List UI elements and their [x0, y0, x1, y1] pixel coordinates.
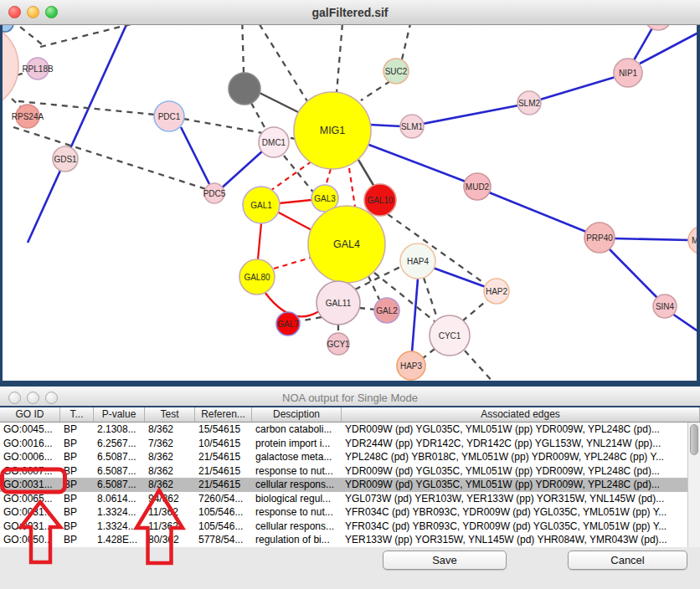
node-HAP2[interactable]: HAP2 — [484, 279, 509, 304]
noa-window-titlebar: NOA output for Single Mode — [0, 387, 700, 407]
cell-edges: YDR244W (pp) YDR142C, YDR142C (pp) YGL15… — [342, 437, 700, 451]
cell-test: 7/362 — [145, 437, 195, 451]
cell-p_value: 1.3324... — [94, 520, 145, 534]
node-GAL1[interactable]: GAL1 — [243, 187, 280, 223]
table-row[interactable]: GO:0031...BP1.3324...11/362105/546...cel… — [0, 520, 700, 534]
node-GDS1[interactable]: GDS1 — [53, 146, 78, 172]
node-GAL80[interactable]: GAL80 — [239, 259, 275, 294]
node-label: GAL1 — [250, 201, 272, 210]
cell-p_value: 8.0614... — [94, 492, 145, 506]
node-label: SIN4 — [656, 302, 675, 311]
node-label: GAL3 — [314, 194, 336, 203]
cell-reference: 5778/54... — [195, 533, 252, 547]
node-SLM2[interactable]: SLM2 — [517, 91, 541, 115]
column-header-associated-edges[interactable]: Associated edges — [342, 407, 700, 422]
node-CYC1[interactable]: CYC1 — [430, 315, 470, 356]
column-header-reference[interactable]: Referen... — [195, 407, 252, 422]
node-unnamed-gray[interactable] — [229, 73, 260, 105]
node-label: PDC1 — [158, 112, 181, 121]
cell-description: response to nut... — [252, 464, 342, 479]
node-MIG1[interactable]: MIG1 — [294, 92, 371, 169]
graph-window-titlebar: galFiltered.sif — [0, 0, 700, 25]
cell-p_value: 2.1308... — [94, 423, 145, 437]
node-label: RPS24A — [12, 112, 44, 121]
table-row[interactable]: GO:0045...BP2.1308...8/36215/54615carbon… — [0, 423, 700, 437]
cell-p_value: 1.3324... — [94, 505, 145, 520]
node-GCY1[interactable]: GCY1 — [327, 333, 350, 355]
table-row[interactable]: GO:0050...BP1.428E...80/3625778/54...reg… — [0, 533, 700, 547]
graph-background — [0, 25, 700, 381]
node-HAP4[interactable]: HAP4 — [400, 243, 435, 279]
cell-edges: YFR034C (pd) YBR093C, YDR009W (pd) YGL03… — [342, 520, 700, 534]
node-SLM1[interactable]: SLM1 — [400, 115, 424, 138]
table-row[interactable]: GO:0016...BP6.2567...7/36210/54615protei… — [0, 437, 700, 451]
column-header-type[interactable]: T... — [60, 407, 94, 422]
table-row[interactable]: GO:0065...BP8.0614...94/3627260/54...bio… — [0, 492, 700, 506]
cell-description: biological regul... — [252, 492, 342, 506]
node-label: MUD2 — [466, 182, 490, 192]
node-MUD2[interactable]: MUD2 — [464, 173, 491, 200]
node-label: PDC5 — [203, 189, 226, 198]
network-canvas[interactable]: RPL18BRPS24AGDS1PDC1DMC1MIG1SUC2SLM1SLM2… — [0, 25, 700, 381]
cell-test: 11/362 — [145, 520, 195, 534]
noa-window-title: NOA output for Single Mode — [0, 392, 700, 404]
node-label: GAL80 — [244, 273, 270, 282]
table-scrollbar[interactable] — [687, 423, 700, 547]
save-button[interactable]: Save — [383, 551, 507, 570]
node-SUC2[interactable]: SUC2 — [383, 59, 409, 84]
cell-description: cellular respons... — [252, 478, 342, 492]
cell-test: 8/362 — [145, 464, 195, 479]
column-header-test[interactable]: Test — [145, 407, 195, 422]
table-row[interactable]: GO:0031...BP6.5087...8/36221/54615cellul… — [0, 478, 700, 492]
node-GAL11[interactable]: GAL11 — [317, 281, 360, 325]
cell-description: response to nut... — [252, 505, 342, 520]
node-GAL7[interactable]: GAL7 — [276, 312, 300, 335]
node-PRP40[interactable]: PRP40 — [584, 223, 615, 253]
cell-type: BP — [60, 533, 94, 547]
cell-edges: YER133W (pp) YOR315W, YNL145W (pd) YHR08… — [342, 533, 700, 547]
table-row[interactable]: GO:0006...BP6.5087...8/36221/54615galact… — [0, 450, 700, 464]
node-label: SLM2 — [518, 99, 541, 108]
cell-edges: YDR009W (pd) YGL035C, YML051W (pp) YDR00… — [342, 478, 700, 492]
node-HAP3[interactable]: HAP3 — [397, 351, 425, 380]
network-view: RPL18BRPS24AGDS1PDC1DMC1MIG1SUC2SLM1SLM2… — [0, 25, 700, 381]
cell-go_id: GO:0006... — [0, 450, 60, 464]
node-label: GAL7 — [277, 320, 299, 329]
cell-reference: 15/54615 — [195, 423, 252, 437]
node-label: GAL10 — [367, 196, 394, 205]
node-GAL4[interactable]: GAL4 — [308, 206, 385, 283]
cell-p_value: 6.2567... — [94, 437, 145, 451]
node-GAL10[interactable]: GAL10 — [364, 184, 396, 216]
cell-test: 94/362 — [145, 492, 195, 506]
node-PDC1[interactable]: PDC1 — [154, 101, 184, 131]
right-window-border — [697, 25, 700, 381]
scrollbar-thumb[interactable] — [690, 424, 698, 455]
node-label: SLM1 — [401, 122, 424, 131]
column-header-go-id[interactable]: GO ID — [0, 407, 60, 422]
node-label: HAP2 — [486, 287, 508, 296]
column-header-description[interactable]: Desciption — [252, 407, 342, 422]
node-SIN4[interactable]: SIN4 — [653, 294, 677, 318]
node-label: HAP4 — [407, 257, 430, 266]
table-row[interactable]: GO:0007...BP6.5087...8/36221/54615respon… — [0, 464, 700, 479]
cell-edges: YPL248C (pd) YBR018C, YML051W (pp) YDR00… — [342, 450, 700, 464]
cell-test: 80/362 — [145, 533, 195, 547]
cell-type: BP — [60, 520, 94, 534]
node-label: GAL11 — [326, 299, 352, 308]
cell-go_id: GO:0031... — [0, 505, 60, 520]
cell-reference: 7260/54... — [195, 492, 252, 506]
cell-go_id: GO:0007... — [0, 464, 60, 479]
left-window-border — [0, 25, 3, 381]
cell-reference: 21/54615 — [195, 478, 252, 492]
cell-reference: 105/546... — [195, 505, 252, 520]
node-circle — [229, 73, 260, 105]
node-DMC1[interactable]: DMC1 — [259, 127, 289, 157]
column-header-p-value[interactable]: P-value — [94, 407, 145, 422]
cancel-button[interactable]: Cancel — [568, 551, 687, 570]
cell-go_id: GO:0016... — [0, 437, 60, 451]
cell-test: 8/362 — [145, 450, 195, 464]
node-NIP1[interactable]: NIP1 — [614, 59, 642, 87]
node-GAL2[interactable]: GAL2 — [374, 298, 399, 323]
table-row[interactable]: GO:0031...BP1.3324...11/362105/546...res… — [0, 505, 700, 520]
cell-type: BP — [60, 492, 94, 506]
